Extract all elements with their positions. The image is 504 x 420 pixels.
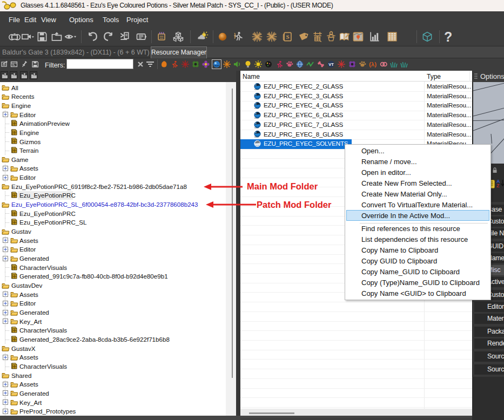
svg-text:VT: VT <box>328 62 334 67</box>
svg-text:S: S <box>286 33 290 40</box>
svg-text:(λ): (λ) <box>369 61 377 67</box>
